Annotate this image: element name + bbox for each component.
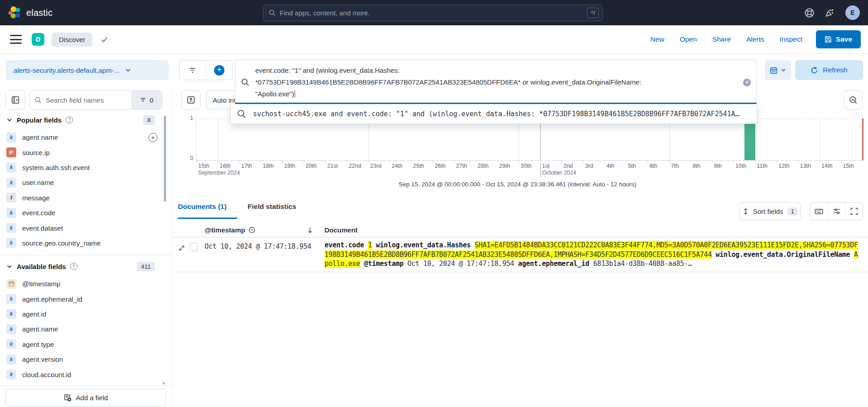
explore-in-lens-button[interactable]	[844, 90, 863, 109]
field-item[interactable]: kevent.dataset	[0, 220, 164, 235]
date-picker-button[interactable]	[765, 60, 791, 80]
timestamp-column-label: @timestamp	[205, 226, 245, 234]
menu-icon[interactable]	[10, 35, 22, 44]
clear-query-icon[interactable]: ✕	[743, 79, 751, 86]
date-field-icon	[6, 279, 16, 289]
user-avatar[interactable]: E	[845, 5, 860, 20]
field-item[interactable]: kcloud.account.id	[0, 367, 164, 382]
breadcrumb[interactable]: Discover	[52, 33, 92, 47]
row-checkbox[interactable]	[190, 243, 198, 251]
action-link-new[interactable]: New	[650, 35, 664, 43]
elastic-logo[interactable]: elastic	[8, 6, 52, 19]
chevron-down-icon	[6, 117, 13, 123]
save-button[interactable]: Save	[816, 30, 861, 48]
query-input[interactable]: event.code: "1" and (winlog.event_data.H…	[235, 59, 757, 104]
x-axis-label: 28th	[476, 163, 488, 169]
chevron-down-icon	[781, 67, 786, 73]
field-item[interactable]: kuser.name	[0, 175, 164, 190]
field-name: agent.name	[22, 325, 58, 333]
news-feed-icon[interactable]	[825, 8, 835, 18]
keyword-field-icon: k	[6, 208, 16, 218]
action-link-alerts[interactable]: Alerts	[746, 35, 764, 43]
global-header: elastic Find apps, content, and more. ^/…	[0, 0, 868, 25]
text-cursor	[295, 90, 296, 98]
field-item[interactable]: IPsource.ip	[0, 145, 164, 160]
document-cell-content: event.code 1 winlog.event_data.Hashes SH…	[324, 241, 858, 269]
action-link-open[interactable]: Open	[680, 35, 697, 43]
help-icon[interactable]	[805, 8, 814, 18]
display-options-button[interactable]	[828, 203, 845, 220]
chart-arrow-up-icon	[187, 96, 195, 104]
x-axis-label: 2nd	[562, 163, 573, 169]
x-axis-label: 26th	[433, 163, 445, 169]
field-name: source.geo.country_name	[22, 239, 100, 247]
field-item[interactable]: kagent.version	[0, 352, 164, 367]
field-item[interactable]: ksource.geo.country_name	[0, 236, 164, 251]
field-item[interactable]: ksystem.auth.ssh.event	[0, 160, 164, 175]
keyword-field-icon: k	[6, 133, 16, 142]
field-name: cloud.account.id	[22, 371, 71, 379]
x-axis-label: 6th	[648, 163, 657, 169]
add-field-button[interactable]: Add a field	[5, 389, 166, 407]
field-name: event.code	[22, 209, 55, 217]
x-axis-label: 20th	[304, 163, 316, 169]
add-field-filter-icon[interactable]: +	[148, 133, 157, 142]
keyword-field-icon: k	[6, 223, 16, 233]
space-badge[interactable]: D	[32, 33, 44, 46]
x-axis-label: 14th	[820, 163, 832, 169]
query-suggestion-popup[interactable]: svchost-ucch45.exe and event.code: "1" a…	[230, 104, 757, 124]
refresh-button[interactable]: Refresh	[795, 60, 863, 80]
field-item[interactable]: kagent.id	[0, 307, 164, 322]
timestamp-cell: Oct 10, 2024 @ 17:47:18.954	[205, 242, 311, 251]
plus-circle-icon: +	[214, 65, 224, 76]
field-item[interactable]: tmessage	[0, 190, 164, 205]
week-gridline	[519, 118, 519, 161]
field-name: message	[22, 194, 50, 202]
field-item[interactable]: kagent.type	[0, 337, 164, 352]
x-axis-label: 3rd	[583, 163, 593, 169]
available-fields-header[interactable]: Available fields ? 411	[0, 260, 161, 273]
available-fields-list: @timestampkagent.ephemeral_idkagent.idka…	[0, 276, 164, 382]
keyword-field-icon: k	[6, 324, 16, 334]
tab-field-statistics[interactable]: Field statistics	[248, 203, 296, 211]
fullscreen-button[interactable]	[845, 203, 863, 220]
field-item[interactable]: kevent.code	[0, 205, 164, 220]
field-item[interactable]: kagent.ephemeral_id	[0, 291, 164, 306]
filter-controls: +	[179, 60, 233, 80]
collapse-sidebar-button[interactable]	[5, 90, 25, 109]
action-link-inspect[interactable]: Inspect	[780, 35, 802, 43]
chart-time-range-label: Sep 15, 2024 @ 00:00:00.000 - Oct 15, 20…	[172, 181, 863, 188]
x-axis-label: 22nd	[347, 163, 361, 169]
sidebar-scrollbar[interactable]	[164, 116, 166, 202]
field-filter-button[interactable]: 0	[131, 91, 162, 109]
toggle-histogram-button[interactable]	[181, 90, 200, 109]
global-search-input[interactable]: Find apps, content, and more. ^/	[263, 5, 603, 21]
expand-document-icon[interactable]	[178, 244, 186, 252]
field-search-input[interactable]: Search field names 0	[29, 90, 162, 109]
table-row[interactable]: Oct 10, 2024 @ 17:47:18.954 event.code 1…	[172, 237, 868, 272]
field-item[interactable]: kagent.name+	[0, 130, 164, 145]
chevron-down-icon	[125, 67, 131, 73]
y-axis-tick-1: 1	[175, 115, 193, 121]
column-header-document[interactable]: Document	[324, 226, 358, 234]
column-header-timestamp[interactable]: @timestamp	[205, 226, 255, 234]
keyboard-shortcuts-button[interactable]	[811, 203, 828, 220]
sort-descending-icon[interactable]	[306, 227, 314, 234]
filter-menu-button[interactable]	[180, 61, 206, 80]
doc-segment: @timestamp	[364, 260, 403, 268]
field-name: source.ip	[22, 149, 50, 156]
x-axis-label: 8th	[691, 163, 700, 169]
popular-fields-header[interactable]: Popular fields ? 8	[0, 113, 161, 127]
chart-plot[interactable]: 15thSeptember 202416th17th18th19th20th21…	[196, 118, 863, 161]
field-item[interactable]: kagent.name	[0, 322, 164, 336]
field-item[interactable]: @timestamp	[0, 276, 164, 291]
add-filter-button[interactable]: +	[206, 61, 233, 80]
action-link-share[interactable]: Share	[712, 35, 731, 43]
field-filter-count: 0	[150, 96, 153, 104]
sort-fields-button[interactable]: Sort fields 1	[739, 202, 801, 220]
histogram-bar[interactable]	[744, 118, 755, 161]
data-view-picker[interactable]: .alerts-security.alerts-default,apm-...	[5, 60, 169, 80]
tab-documents[interactable]: Documents (1)	[178, 203, 227, 211]
x-axis-label: 4th	[605, 163, 614, 169]
time-range-end-marker	[862, 118, 863, 161]
